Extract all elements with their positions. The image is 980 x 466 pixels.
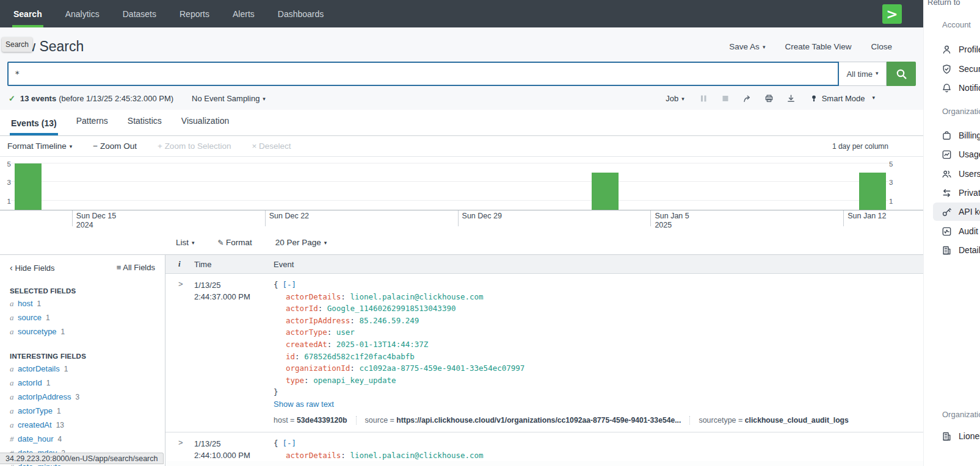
gridline	[11, 181, 888, 182]
print-icon[interactable]	[765, 94, 774, 102]
splunk-logo-icon[interactable]: >	[882, 4, 902, 24]
share-icon[interactable]	[743, 94, 752, 102]
menu-item-details[interactable]: Details	[933, 241, 980, 259]
job-menu[interactable]: Job	[666, 94, 684, 103]
job-status-bar: ✓ 13 events(before 1/13/25 2:45:32.000 P…	[7, 86, 916, 109]
event-count-qualifier: (before 1/13/25 2:45:32.000 PM)	[59, 94, 173, 103]
zoom-to-selection-button[interactable]: Zoom to Selection	[158, 142, 231, 151]
tab-events[interactable]: Events (13)	[10, 118, 58, 135]
menu-item-private-endpoints[interactable]: Private endpoints	[933, 184, 980, 202]
format-results-button[interactable]: Format	[218, 238, 252, 247]
gridline	[11, 200, 888, 201]
nav-item-search[interactable]: Search	[12, 0, 43, 27]
timeline-axis: Sun Dec 152024Sun Dec 22Sun Dec 29Sun Ja…	[11, 210, 888, 230]
timeline-bar[interactable]	[592, 173, 619, 210]
account-section-header: Account	[942, 20, 971, 29]
shield-check-icon	[942, 64, 952, 74]
interesting-fields-header: INTERESTING FIELDS	[10, 353, 155, 360]
expand-chevron-icon[interactable]: >	[165, 432, 194, 461]
col-header-info: i	[165, 259, 194, 269]
field-item-source[interactable]: asource1	[10, 313, 155, 323]
splunk-app: Search Analytics Datasets Reports Alerts…	[0, 0, 923, 466]
save-as-button[interactable]: Save As	[729, 42, 765, 51]
event-meta: host53de4339120b sourcehttps://api.click…	[274, 411, 923, 432]
tab-patterns[interactable]: Patterns	[75, 116, 109, 135]
nav-item-dashboards[interactable]: Dashboards	[277, 0, 325, 27]
json-collapse-toggle[interactable]: [-]	[283, 280, 297, 289]
result-tabs: Events (13) Patterns Statistics Visualiz…	[0, 110, 923, 136]
expand-chevron-icon[interactable]: >	[165, 274, 194, 432]
organization-section-header: Organization	[942, 107, 980, 116]
meta-source[interactable]: sourcehttps://api.clickhouse.cloud/v1/or…	[356, 416, 690, 425]
menu-item-api-keys[interactable]: API keys	[933, 203, 980, 221]
top-nav: Search Analytics Datasets Reports Alerts…	[0, 0, 923, 27]
y-axis-label: 3	[889, 179, 899, 186]
menu-item-organization-lionel[interactable]: Lionel	[933, 427, 980, 445]
show-raw-text-link[interactable]: Show as raw text	[274, 400, 334, 409]
timeline-scale-note: 1 day per column	[832, 142, 888, 151]
menu-item-users[interactable]: Users	[933, 165, 980, 183]
events-list: i Time Event > 1/13/25 2:44:37.000 PM {[…	[165, 255, 923, 466]
field-item-actorIpAddress[interactable]: aactorIpAddress3	[10, 392, 155, 402]
deselect-button[interactable]: Deselect	[252, 142, 291, 151]
search-mode-selector[interactable]: Smart Mode	[810, 94, 875, 103]
export-icon[interactable]	[787, 94, 796, 102]
per-page-dropdown[interactable]: 20 Per Page	[275, 238, 327, 247]
flashlight-icon	[810, 95, 818, 102]
arrows-swap-icon	[942, 188, 952, 198]
nav-item-alerts[interactable]: Alerts	[231, 0, 256, 27]
organizations-footer-header: Organization	[942, 410, 980, 419]
field-item-date_hour[interactable]: #date_hour4	[10, 434, 155, 444]
gridline	[11, 163, 888, 163]
field-item-createdAt[interactable]: acreatedAt13	[10, 420, 155, 430]
field-item-sourcetype[interactable]: asourcetype1	[10, 327, 155, 337]
return-to-link[interactable]: Return to	[927, 0, 960, 7]
search-input[interactable]	[7, 62, 839, 86]
menu-item-security[interactable]: Security	[933, 60, 980, 78]
field-item-actorId[interactable]: aactorId1	[10, 378, 155, 388]
y-axis-label: 5	[889, 160, 899, 168]
tab-visualization[interactable]: Visualization	[180, 116, 230, 135]
results-toolbar: List Format 20 Per Page	[0, 230, 923, 254]
create-table-view-button[interactable]: Create Table View	[785, 42, 851, 51]
menu-item-notifications[interactable]: Notifications	[933, 79, 980, 97]
stop-icon[interactable]	[721, 94, 730, 102]
json-collapse-toggle[interactable]: [-]	[283, 439, 297, 448]
x-axis-tick: Sun Jan 12	[843, 210, 886, 226]
field-item-actorType[interactable]: aactorType1	[10, 406, 155, 416]
bell-icon	[942, 83, 952, 93]
results-content: Hide Fields All Fields SELECTED FIELDS a…	[0, 254, 923, 466]
timeline-bar[interactable]	[15, 163, 42, 210]
time-range-picker[interactable]: All time	[839, 62, 887, 86]
field-item-host[interactable]: ahost1	[10, 299, 155, 309]
search-mode-label: Smart Mode	[822, 94, 865, 103]
magnifier-icon	[896, 68, 907, 80]
hide-fields-button[interactable]: Hide Fields	[10, 263, 55, 273]
timeline-chart[interactable]: 113355	[0, 156, 923, 210]
meta-sourcetype[interactable]: sourcetypeclickhouse_cloud_audit_logs	[689, 416, 857, 425]
list-view-dropdown[interactable]: List	[176, 238, 195, 247]
menu-item-audit[interactable]: Audit	[933, 222, 980, 240]
nav-item-analytics[interactable]: Analytics	[64, 0, 101, 27]
menu-item-usage[interactable]: Usage	[933, 145, 980, 163]
audit-pulse-icon	[942, 226, 952, 237]
col-header-time: Time	[194, 260, 274, 269]
search-button[interactable]	[887, 62, 916, 86]
all-fields-button[interactable]: All Fields	[117, 263, 155, 273]
event-sampling-dropdown[interactable]: No Event Sampling	[192, 94, 266, 103]
format-timeline-dropdown[interactable]: Format Timeline	[7, 142, 72, 151]
meta-host[interactable]: host53de4339120b	[274, 416, 356, 425]
menu-item-profile[interactable]: Profile	[933, 40, 980, 59]
event-time: 1/13/25 2:44:10.000 PM	[194, 432, 274, 461]
pause-icon[interactable]	[699, 94, 708, 102]
tab-statistics[interactable]: Statistics	[126, 116, 163, 135]
event-time: 1/13/25 2:44:37.000 PM	[194, 274, 274, 432]
nav-item-reports[interactable]: Reports	[178, 0, 211, 27]
browser-status-url: 34.29.223.20:8000/en-US/app/search/searc…	[0, 453, 164, 464]
zoom-out-button[interactable]: Zoom Out	[93, 142, 137, 151]
nav-item-datasets[interactable]: Datasets	[122, 0, 158, 27]
timeline-bar[interactable]	[859, 173, 886, 210]
close-button[interactable]: Close	[871, 42, 892, 51]
menu-item-billing[interactable]: Billing	[933, 126, 980, 145]
field-item-actorDetails[interactable]: aactorDetails1	[10, 364, 155, 374]
